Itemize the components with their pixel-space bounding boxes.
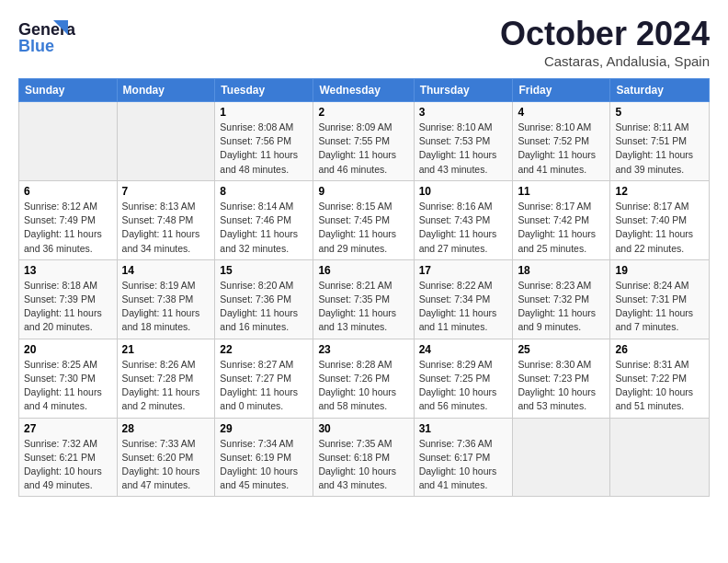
- day-detail: Sunrise: 8:30 AMSunset: 7:23 PMDaylight:…: [518, 358, 605, 414]
- day-detail: Sunrise: 8:12 AMSunset: 7:49 PMDaylight:…: [24, 200, 112, 256]
- week-row-3: 13Sunrise: 8:18 AMSunset: 7:39 PMDayligh…: [19, 259, 710, 339]
- day-number: 12: [615, 185, 704, 198]
- calendar-cell: 16Sunrise: 8:21 AMSunset: 7:35 PMDayligh…: [313, 259, 414, 339]
- day-number: 20: [24, 343, 112, 356]
- calendar-cell: 17Sunrise: 8:22 AMSunset: 7:34 PMDayligh…: [414, 259, 513, 339]
- calendar-cell: 11Sunrise: 8:17 AMSunset: 7:42 PMDayligh…: [513, 180, 610, 259]
- calendar-cell: 6Sunrise: 8:12 AMSunset: 7:49 PMDaylight…: [19, 180, 118, 259]
- day-detail: Sunrise: 8:29 AMSunset: 7:25 PMDaylight:…: [419, 358, 508, 414]
- calendar-cell: 21Sunrise: 8:26 AMSunset: 7:28 PMDayligh…: [117, 339, 215, 418]
- calendar-location: Castaras, Andalusia, Spain: [500, 53, 710, 69]
- calendar-cell: 15Sunrise: 8:20 AMSunset: 7:36 PMDayligh…: [215, 259, 313, 339]
- day-detail: Sunrise: 8:10 AMSunset: 7:52 PMDaylight:…: [518, 121, 605, 177]
- logo: General Blue: [18, 15, 75, 59]
- day-number: 13: [24, 264, 112, 277]
- calendar-cell: 26Sunrise: 8:31 AMSunset: 7:22 PMDayligh…: [610, 339, 710, 418]
- day-detail: Sunrise: 8:15 AMSunset: 7:45 PMDaylight:…: [318, 200, 408, 256]
- day-detail: Sunrise: 8:10 AMSunset: 7:53 PMDaylight:…: [419, 121, 508, 177]
- calendar-table: SundayMondayTuesdayWednesdayThursdayFrid…: [18, 78, 710, 497]
- calendar-cell: 5Sunrise: 8:11 AMSunset: 7:51 PMDaylight…: [610, 102, 710, 181]
- day-detail: Sunrise: 8:13 AMSunset: 7:48 PMDaylight:…: [122, 200, 210, 256]
- calendar-cell: [610, 418, 710, 497]
- weekday-header-friday: Friday: [513, 79, 610, 102]
- calendar-title: October 2024: [500, 15, 710, 53]
- calendar-cell: 30Sunrise: 7:35 AMSunset: 6:18 PMDayligh…: [313, 418, 414, 497]
- calendar-cell: 22Sunrise: 8:27 AMSunset: 7:27 PMDayligh…: [215, 339, 313, 418]
- day-number: 15: [220, 264, 308, 277]
- weekday-header-saturday: Saturday: [610, 79, 710, 102]
- calendar-cell: 13Sunrise: 8:18 AMSunset: 7:39 PMDayligh…: [19, 259, 118, 339]
- calendar-cell: 10Sunrise: 8:16 AMSunset: 7:43 PMDayligh…: [414, 180, 513, 259]
- day-number: 28: [122, 422, 210, 435]
- day-detail: Sunrise: 8:08 AMSunset: 7:56 PMDaylight:…: [220, 121, 308, 177]
- day-number: 7: [122, 185, 210, 198]
- day-number: 22: [220, 343, 308, 356]
- day-number: 30: [318, 422, 408, 435]
- calendar-cell: 20Sunrise: 8:25 AMSunset: 7:30 PMDayligh…: [19, 339, 118, 418]
- day-number: 17: [419, 264, 508, 277]
- day-number: 16: [318, 264, 408, 277]
- day-detail: Sunrise: 8:11 AMSunset: 7:51 PMDaylight:…: [615, 121, 704, 177]
- day-number: 18: [518, 264, 605, 277]
- weekday-header-row: SundayMondayTuesdayWednesdayThursdayFrid…: [19, 79, 710, 102]
- day-number: 3: [419, 106, 508, 119]
- title-block: October 2024 Castaras, Andalusia, Spain: [500, 15, 710, 69]
- calendar-cell: 25Sunrise: 8:30 AMSunset: 7:23 PMDayligh…: [513, 339, 610, 418]
- day-detail: Sunrise: 8:17 AMSunset: 7:40 PMDaylight:…: [615, 200, 704, 256]
- calendar-cell: 23Sunrise: 8:28 AMSunset: 7:26 PMDayligh…: [313, 339, 414, 418]
- day-number: 10: [419, 185, 508, 198]
- calendar-cell: 12Sunrise: 8:17 AMSunset: 7:40 PMDayligh…: [610, 180, 710, 259]
- day-detail: Sunrise: 7:36 AMSunset: 6:17 PMDaylight:…: [419, 437, 508, 493]
- day-number: 29: [220, 422, 308, 435]
- day-detail: Sunrise: 8:25 AMSunset: 7:30 PMDaylight:…: [24, 358, 112, 414]
- day-number: 24: [419, 343, 508, 356]
- calendar-cell: 1Sunrise: 8:08 AMSunset: 7:56 PMDaylight…: [215, 102, 313, 181]
- day-number: 4: [518, 106, 605, 119]
- day-detail: Sunrise: 8:24 AMSunset: 7:31 PMDaylight:…: [615, 279, 704, 335]
- day-number: 1: [220, 106, 308, 119]
- calendar-cell: 4Sunrise: 8:10 AMSunset: 7:52 PMDaylight…: [513, 102, 610, 181]
- week-row-5: 27Sunrise: 7:32 AMSunset: 6:21 PMDayligh…: [19, 418, 710, 497]
- day-detail: Sunrise: 8:26 AMSunset: 7:28 PMDaylight:…: [122, 358, 210, 414]
- day-detail: Sunrise: 8:27 AMSunset: 7:27 PMDaylight:…: [220, 358, 308, 414]
- calendar-cell: 28Sunrise: 7:33 AMSunset: 6:20 PMDayligh…: [117, 418, 215, 497]
- calendar-cell: 31Sunrise: 7:36 AMSunset: 6:17 PMDayligh…: [414, 418, 513, 497]
- week-row-4: 20Sunrise: 8:25 AMSunset: 7:30 PMDayligh…: [19, 339, 710, 418]
- weekday-header-thursday: Thursday: [414, 79, 513, 102]
- svg-text:Blue: Blue: [18, 37, 54, 55]
- day-number: 23: [318, 343, 408, 356]
- weekday-header-sunday: Sunday: [19, 79, 118, 102]
- calendar-cell: 27Sunrise: 7:32 AMSunset: 6:21 PMDayligh…: [19, 418, 118, 497]
- weekday-header-wednesday: Wednesday: [313, 79, 414, 102]
- day-detail: Sunrise: 8:14 AMSunset: 7:46 PMDaylight:…: [220, 200, 308, 256]
- day-number: 21: [122, 343, 210, 356]
- day-detail: Sunrise: 8:31 AMSunset: 7:22 PMDaylight:…: [615, 358, 704, 414]
- day-detail: Sunrise: 8:20 AMSunset: 7:36 PMDaylight:…: [220, 279, 308, 335]
- day-number: 6: [24, 185, 112, 198]
- calendar-cell: [513, 418, 610, 497]
- day-detail: Sunrise: 8:28 AMSunset: 7:26 PMDaylight:…: [318, 358, 408, 414]
- weekday-header-tuesday: Tuesday: [215, 79, 313, 102]
- day-detail: Sunrise: 8:17 AMSunset: 7:42 PMDaylight:…: [518, 200, 605, 256]
- day-detail: Sunrise: 7:35 AMSunset: 6:18 PMDaylight:…: [318, 437, 408, 493]
- weekday-header-monday: Monday: [117, 79, 215, 102]
- day-detail: Sunrise: 8:19 AMSunset: 7:38 PMDaylight:…: [122, 279, 210, 335]
- day-number: 26: [615, 343, 704, 356]
- logo-icon: General Blue: [18, 15, 75, 59]
- day-number: 19: [615, 264, 704, 277]
- day-number: 8: [220, 185, 308, 198]
- calendar-cell: 24Sunrise: 8:29 AMSunset: 7:25 PMDayligh…: [414, 339, 513, 418]
- calendar-cell: 19Sunrise: 8:24 AMSunset: 7:31 PMDayligh…: [610, 259, 710, 339]
- calendar-cell: 14Sunrise: 8:19 AMSunset: 7:38 PMDayligh…: [117, 259, 215, 339]
- day-detail: Sunrise: 7:34 AMSunset: 6:19 PMDaylight:…: [220, 437, 308, 493]
- calendar-cell: 18Sunrise: 8:23 AMSunset: 7:32 PMDayligh…: [513, 259, 610, 339]
- day-detail: Sunrise: 8:09 AMSunset: 7:55 PMDaylight:…: [318, 121, 408, 177]
- day-number: 9: [318, 185, 408, 198]
- day-detail: Sunrise: 8:22 AMSunset: 7:34 PMDaylight:…: [419, 279, 508, 335]
- calendar-cell: 2Sunrise: 8:09 AMSunset: 7:55 PMDaylight…: [313, 102, 414, 181]
- calendar-cell: 9Sunrise: 8:15 AMSunset: 7:45 PMDaylight…: [313, 180, 414, 259]
- day-detail: Sunrise: 7:32 AMSunset: 6:21 PMDaylight:…: [24, 437, 112, 493]
- header: General Blue October 2024 Castaras, Anda…: [18, 15, 710, 69]
- day-number: 11: [518, 185, 605, 198]
- page: General Blue October 2024 Castaras, Anda…: [0, 0, 728, 563]
